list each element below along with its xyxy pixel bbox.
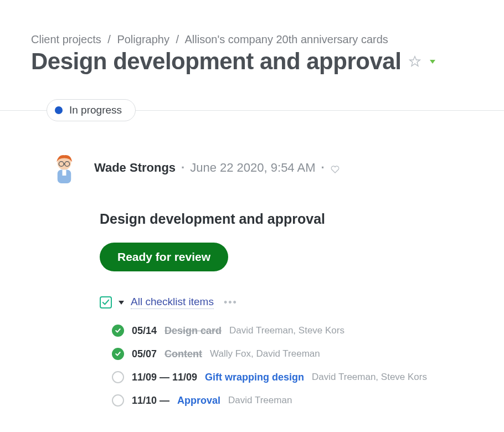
- checklist-item-assignees: David Treeman: [228, 395, 292, 406]
- checklist-item-title[interactable]: Content: [164, 348, 202, 360]
- check-done-icon[interactable]: [112, 348, 124, 360]
- checklist-item-date: 05/14: [132, 325, 157, 337]
- meta-separator: ·: [321, 161, 325, 175]
- svg-rect-6: [63, 170, 66, 176]
- status-dot: [55, 106, 63, 114]
- post-author[interactable]: Wade Strongs: [94, 161, 176, 175]
- breadcrumb-l3[interactable]: Allison's company 20th anniversary cards: [185, 33, 388, 45]
- breadcrumb: Client projects / Poligraphy / Allison's…: [0, 33, 504, 46]
- page-title: Design development and approval: [31, 48, 401, 75]
- svg-marker-0: [410, 56, 420, 66]
- meta-separator: ·: [181, 161, 184, 175]
- avatar[interactable]: [47, 150, 82, 186]
- checklist-item[interactable]: 05/07ContentWally Fox, David Treeman: [112, 342, 473, 366]
- checklist-item-title[interactable]: Gift wrapping design: [205, 372, 304, 383]
- checklist-item-assignees: Wally Fox, David Treeman: [210, 348, 320, 359]
- checklist-item-date: 11/10 —: [132, 395, 169, 407]
- status-label: In progress: [69, 104, 122, 116]
- checklist-menu-icon[interactable]: •••: [224, 297, 238, 308]
- checklist-item-assignees: David Treeman, Steve Kors: [312, 372, 427, 383]
- breadcrumb-l1[interactable]: Client projects: [31, 33, 101, 45]
- post-body-title: Design development and approval: [100, 211, 473, 227]
- checklist-item-title[interactable]: Approval: [177, 395, 220, 407]
- checklist-item-assignees: David Treeman, Steve Kors: [229, 325, 344, 336]
- checklist: 05/14Design cardDavid Treeman, Steve Kor…: [112, 319, 473, 412]
- star-icon[interactable]: [409, 55, 421, 68]
- checklist-item[interactable]: 11/10 —ApprovalDavid Treeman: [112, 389, 473, 412]
- ready-for-review-button[interactable]: Ready for review: [100, 243, 228, 271]
- checklist-title[interactable]: All checklist items: [131, 296, 214, 309]
- title-menu-caret[interactable]: [430, 60, 435, 64]
- breadcrumb-l2[interactable]: Poligraphy: [117, 33, 169, 45]
- checklist-item-title[interactable]: Design card: [164, 325, 222, 337]
- checklist-icon[interactable]: [100, 296, 112, 308]
- check-open-icon[interactable]: [112, 371, 124, 383]
- checklist-item[interactable]: 05/14Design cardDavid Treeman, Steve Kor…: [112, 319, 473, 342]
- status-pill[interactable]: In progress: [47, 99, 136, 121]
- post-timestamp: June 22 2020, 9:54 AM: [190, 161, 315, 175]
- checklist-item-date: 05/07: [132, 348, 157, 360]
- like-icon[interactable]: [330, 163, 340, 172]
- checklist-item[interactable]: 11/09 — 11/09Gift wrapping designDavid T…: [112, 366, 473, 389]
- checklist-collapse-caret[interactable]: [119, 301, 124, 305]
- check-done-icon[interactable]: [112, 325, 124, 337]
- checklist-item-date: 11/09 — 11/09: [132, 372, 197, 383]
- check-open-icon[interactable]: [112, 394, 124, 407]
